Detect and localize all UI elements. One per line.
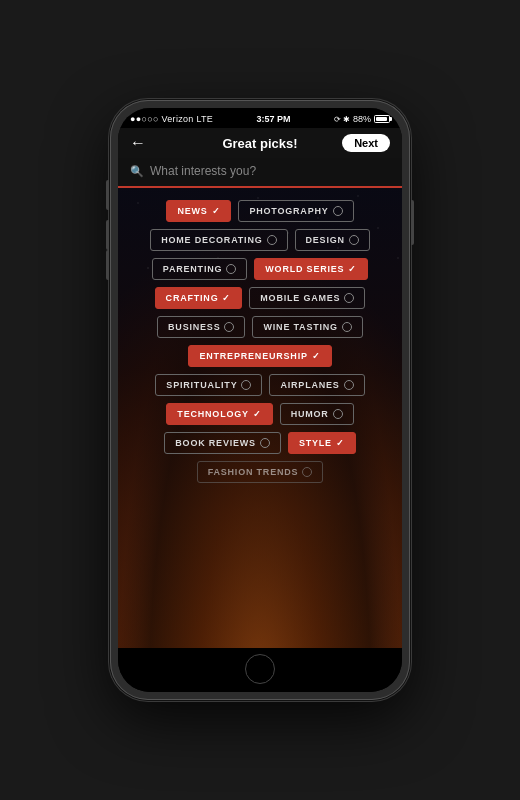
tag-crafting-check: ✓ — [222, 293, 231, 303]
tag-spirituality-circle — [241, 380, 251, 390]
tag-fashion-trends-label: FASHION TRENDS — [208, 467, 299, 477]
tag-wine-tasting-circle — [342, 322, 352, 332]
tag-world-series[interactable]: WORLD SERIES ✓ — [254, 258, 368, 280]
tag-entrepreneurship[interactable]: ENTREPRENEURSHIP ✓ — [188, 345, 331, 367]
tag-home-decorating[interactable]: HOME DECORATING — [150, 229, 287, 251]
tag-home-decorating-label: HOME DECORATING — [161, 235, 262, 245]
clock: 3:57 PM — [256, 114, 290, 124]
tags-row-2: HOME DECORATING DESIGN — [150, 229, 370, 251]
tag-entrepreneurship-check: ✓ — [312, 351, 321, 361]
tag-wine-tasting[interactable]: WINE TASTING — [252, 316, 362, 338]
main-content: NEWS ✓ PHOTOGRAPHY HOME DECORATING — [118, 188, 402, 648]
navigation-bar: ← Great picks! Next — [118, 128, 402, 158]
home-area — [118, 648, 402, 692]
tag-airplanes-circle — [344, 380, 354, 390]
tag-photography[interactable]: PHOTOGRAPHY — [238, 200, 353, 222]
tag-humor-label: HUMOR — [291, 409, 329, 419]
tag-design-circle — [349, 235, 359, 245]
tag-style-label: STYLE — [299, 438, 332, 448]
tag-design[interactable]: DESIGN — [295, 229, 370, 251]
tag-photography-circle — [333, 206, 343, 216]
nav-title: Great picks! — [222, 136, 297, 151]
tag-home-decorating-circle — [267, 235, 277, 245]
status-right-icons: ⟳ ✱ 88% — [334, 114, 390, 124]
tag-technology-label: TECHNOLOGY — [177, 409, 249, 419]
phone-screen: ●●○○○ Verizon LTE 3:57 PM ⟳ ✱ 88% ← Grea… — [118, 108, 402, 692]
tag-wine-tasting-label: WINE TASTING — [263, 322, 337, 332]
battery-fill — [376, 117, 387, 121]
tag-crafting-label: CRAFTING — [166, 293, 219, 303]
tag-style-check: ✓ — [336, 438, 345, 448]
tag-book-reviews-label: BOOK REVIEWS — [175, 438, 256, 448]
status-icons: ⟳ ✱ — [334, 115, 350, 124]
tag-news[interactable]: NEWS ✓ — [166, 200, 231, 222]
search-bar[interactable]: 🔍 What interests you? — [118, 158, 402, 188]
tags-row-7: SPIRITUALITY AIRPLANES — [155, 374, 364, 396]
tags-row-10: FASHION TRENDS — [197, 461, 324, 483]
tags-container: NEWS ✓ PHOTOGRAPHY HOME DECORATING — [118, 188, 402, 495]
tag-photography-label: PHOTOGRAPHY — [249, 206, 328, 216]
tag-mobile-games-label: MOBILE GAMES — [260, 293, 340, 303]
next-button[interactable]: Next — [342, 134, 390, 152]
tag-fashion-trends[interactable]: FASHION TRENDS — [197, 461, 324, 483]
tag-world-series-check: ✓ — [348, 264, 357, 274]
tag-technology[interactable]: TECHNOLOGY ✓ — [166, 403, 272, 425]
tag-book-reviews[interactable]: BOOK REVIEWS — [164, 432, 281, 454]
tag-news-label: NEWS — [177, 206, 207, 216]
tag-entrepreneurship-label: ENTREPRENEURSHIP — [199, 351, 307, 361]
tag-mobile-games-circle — [344, 293, 354, 303]
tag-airplanes-label: AIRPLANES — [280, 380, 339, 390]
search-input[interactable]: What interests you? — [150, 164, 390, 178]
tags-row-9: BOOK REVIEWS STYLE ✓ — [164, 432, 355, 454]
tag-technology-check: ✓ — [253, 409, 262, 419]
tags-row-3: PARENTING WORLD SERIES ✓ — [152, 258, 368, 280]
tag-parenting[interactable]: PARENTING — [152, 258, 248, 280]
tag-book-reviews-circle — [260, 438, 270, 448]
tag-news-check: ✓ — [212, 206, 221, 216]
home-button[interactable] — [245, 654, 275, 684]
battery-percent: 88% — [353, 114, 371, 124]
back-button[interactable]: ← — [130, 134, 146, 152]
tag-parenting-label: PARENTING — [163, 264, 223, 274]
tag-humor-circle — [333, 409, 343, 419]
tag-spirituality[interactable]: SPIRITUALITY — [155, 374, 262, 396]
tags-row-4: CRAFTING ✓ MOBILE GAMES — [155, 287, 366, 309]
tag-airplanes[interactable]: AIRPLANES — [269, 374, 364, 396]
tag-fashion-trends-circle — [302, 467, 312, 477]
tag-mobile-games[interactable]: MOBILE GAMES — [249, 287, 365, 309]
battery-icon — [374, 115, 390, 123]
phone-device: ●●○○○ Verizon LTE 3:57 PM ⟳ ✱ 88% ← Grea… — [110, 100, 410, 700]
tag-humor[interactable]: HUMOR — [280, 403, 354, 425]
search-icon: 🔍 — [130, 165, 144, 178]
tags-row-6: ENTREPRENEURSHIP ✓ — [188, 345, 331, 367]
tag-business-label: BUSINESS — [168, 322, 220, 332]
tag-parenting-circle — [226, 264, 236, 274]
tag-design-label: DESIGN — [306, 235, 345, 245]
tag-business-circle — [224, 322, 234, 332]
tag-crafting[interactable]: CRAFTING ✓ — [155, 287, 243, 309]
tags-row-8: TECHNOLOGY ✓ HUMOR — [166, 403, 353, 425]
status-bar: ●●○○○ Verizon LTE 3:57 PM ⟳ ✱ 88% — [118, 108, 402, 128]
carrier-signal: ●●○○○ Verizon LTE — [130, 114, 213, 124]
tag-style[interactable]: STYLE ✓ — [288, 432, 356, 454]
tag-spirituality-label: SPIRITUALITY — [166, 380, 237, 390]
tag-world-series-label: WORLD SERIES — [265, 264, 344, 274]
tags-row-1: NEWS ✓ PHOTOGRAPHY — [166, 200, 353, 222]
tags-row-5: BUSINESS WINE TASTING — [157, 316, 363, 338]
tag-business[interactable]: BUSINESS — [157, 316, 245, 338]
